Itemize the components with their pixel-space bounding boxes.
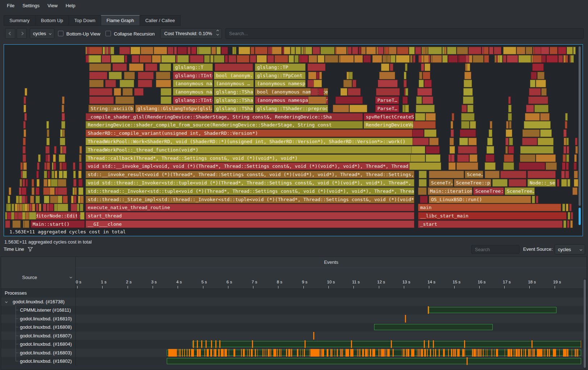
flame-frame[interactable] — [160, 63, 171, 71]
flame-frame[interactable] — [504, 154, 514, 162]
flame-frame[interactable] — [461, 105, 467, 112]
flame-frame[interactable] — [361, 47, 366, 54]
flame-frame[interactable] — [167, 47, 174, 54]
flame-frame[interactable] — [524, 121, 551, 129]
flame-frame[interactable] — [154, 47, 167, 54]
flame-frame[interactable] — [309, 55, 317, 63]
flame-frame[interactable] — [468, 138, 477, 145]
source-cell[interactable]: CPMMListener (#16811) — [1, 306, 76, 315]
flame-frame[interactable] — [429, 171, 464, 178]
flame-frame[interactable]: SceneTr… — [429, 179, 453, 187]
flame-frame[interactable] — [385, 47, 389, 54]
flame-frame[interactable] — [111, 55, 124, 63]
flame-frame[interactable] — [566, 55, 568, 63]
flame-frame[interactable] — [448, 162, 456, 170]
flame-frame[interactable] — [120, 80, 134, 87]
flame-frame[interactable] — [456, 162, 478, 170]
events-cell[interactable] — [76, 315, 587, 323]
flame-frame[interactable]: start_thread — [86, 212, 414, 220]
flame-frame[interactable] — [54, 146, 57, 154]
flame-frame[interactable] — [8, 204, 11, 211]
flame-frame[interactable] — [48, 179, 51, 187]
flame-frame[interactable] — [112, 63, 127, 71]
flame-frame[interactable]: OS_LinuxBSD::run() — [429, 196, 531, 203]
flame-frame[interactable]: void std::thread::_Invoker<std::tuple<vo… — [86, 179, 414, 187]
flame-frame[interactable]: std::thread::_State_impl<std::thread::_I… — [86, 196, 414, 203]
flame-frame[interactable] — [464, 80, 472, 87]
flame-frame[interactable] — [124, 72, 135, 79]
flame-frame[interactable] — [562, 204, 565, 211]
flame-frame[interactable] — [250, 47, 254, 54]
flame-frame[interactable] — [442, 55, 448, 63]
flame-frame[interactable] — [63, 196, 68, 203]
flame-frame[interactable] — [505, 146, 508, 154]
flame-frame[interactable] — [308, 72, 322, 79]
flame-frame[interactable] — [318, 88, 324, 96]
source-column-header[interactable]: Source — [1, 257, 76, 289]
flame-frame[interactable] — [187, 47, 191, 54]
flame-frame[interactable] — [378, 47, 384, 54]
flame-frame[interactable]: glslang::TSha — [214, 105, 254, 112]
flame-frame[interactable] — [36, 187, 39, 195]
flame-frame[interactable] — [308, 96, 326, 104]
flame-frame[interactable] — [161, 55, 175, 63]
flame-frame[interactable] — [63, 146, 66, 154]
flame-frame[interactable] — [62, 129, 65, 137]
flame-frame[interactable] — [566, 138, 569, 145]
flame-frame[interactable] — [557, 179, 559, 187]
flame-frame[interactable] — [489, 47, 494, 54]
flame-frame[interactable] — [532, 196, 535, 203]
flame-frame[interactable] — [59, 171, 63, 178]
flame-frame[interactable] — [532, 63, 543, 71]
flame-frame[interactable] — [562, 162, 566, 170]
flame-frame[interactable] — [46, 121, 49, 129]
flame-frame[interactable] — [59, 154, 66, 162]
flame-frame[interactable] — [152, 55, 161, 63]
flame-frame[interactable] — [191, 47, 196, 54]
flame-frame[interactable]: std::__invoke_result<void (*)(Thread*, T… — [86, 171, 414, 178]
flame-frame[interactable] — [78, 171, 82, 178]
flame-frame[interactable] — [412, 129, 424, 137]
flame-frame[interactable]: (anonymous namesp… — [255, 80, 306, 87]
flame-frame[interactable] — [60, 138, 65, 145]
flame-frame[interactable] — [486, 146, 494, 154]
flame-frame[interactable] — [411, 146, 425, 154]
flame-frame[interactable]: glslang::TPpCont — [255, 72, 306, 79]
flame-frame[interactable] — [484, 47, 488, 54]
flame-frame[interactable] — [567, 220, 570, 228]
flame-frame[interactable] — [540, 113, 550, 121]
flame-frame[interactable] — [132, 55, 139, 63]
flame-frame[interactable] — [540, 129, 551, 137]
flame-frame[interactable] — [550, 47, 557, 54]
flame-frame[interactable] — [470, 121, 476, 129]
flame-frame[interactable] — [522, 129, 540, 137]
flame-frame[interactable] — [422, 96, 433, 104]
flame-frame[interactable] — [416, 105, 435, 112]
flame-frame[interactable] — [451, 154, 455, 162]
flame-frame[interactable] — [237, 55, 249, 63]
flame-frame[interactable] — [417, 88, 432, 96]
spin-down-icon[interactable] — [216, 33, 219, 36]
flame-frame[interactable] — [569, 204, 572, 211]
flame-frame[interactable] — [161, 88, 171, 96]
flame-frame[interactable] — [45, 146, 49, 154]
flame-frame[interactable]: Thread::callback(Thread*, Thread::Settin… — [86, 154, 414, 162]
events-column-header[interactable]: Events — [76, 257, 587, 268]
flame-frame[interactable] — [506, 121, 509, 129]
flame-frame[interactable]: std::thread::_Invoker<std::tuple<void (*… — [86, 187, 414, 195]
flame-frame[interactable] — [24, 204, 28, 211]
flame-frame[interactable] — [140, 55, 152, 63]
flame-frame[interactable] — [366, 47, 376, 54]
source-cell[interactable]: godot.linuxbsd. (#16808) — [1, 323, 76, 332]
flame-frame[interactable] — [305, 47, 312, 54]
flame-frame[interactable] — [574, 154, 577, 162]
flame-frame[interactable] — [348, 47, 352, 54]
flame-frame[interactable] — [225, 55, 228, 63]
flame-frame[interactable] — [541, 88, 547, 96]
flame-frame[interactable] — [24, 220, 29, 228]
flame-frame[interactable] — [571, 55, 574, 63]
flame-frame[interactable] — [424, 55, 429, 63]
flame-frame[interactable] — [348, 88, 361, 96]
flame-frame[interactable] — [423, 47, 425, 54]
flame-frame[interactable]: SceneTree: — [473, 187, 504, 195]
